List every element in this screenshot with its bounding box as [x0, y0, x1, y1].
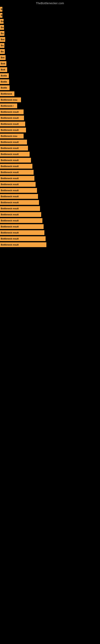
bar-row: Bottleneck result [0, 242, 100, 247]
bar-row: Bott [0, 67, 100, 72]
bar-label: Bottleneck result [0, 146, 28, 150]
bar-label: Bottleneck result [0, 182, 36, 187]
bar-label: Bottleneck result [0, 110, 24, 114]
bar-label: Bottleneck result [0, 194, 38, 199]
bar-row: B [0, 7, 100, 12]
bar-label: Bottleneck result [0, 212, 41, 217]
bar-row: Bot [0, 55, 100, 60]
bar-label: Bottleneck [0, 91, 14, 96]
bar-row: Bottleneck result [0, 122, 100, 126]
bar-row: Bottleneck [0, 91, 100, 96]
bar-label: B [0, 7, 2, 12]
bar-label: Bottleneck result [0, 218, 42, 223]
bar-row: Bottleneck result [0, 224, 100, 229]
bar-label: Bottleneck result [0, 188, 37, 193]
bar-row: Bottleneck resu [0, 98, 100, 102]
bar-label: Bottleneck result [0, 116, 24, 120]
bar-label: Bottleneck resu [0, 98, 21, 102]
bar-row: Bottleneck result [0, 212, 100, 217]
bar-label: Bottleneck result [0, 164, 32, 169]
bar-label: Bottleneck result [0, 176, 34, 181]
bar-label: Bottle [0, 85, 10, 90]
bar-row: Bottle [0, 73, 100, 78]
bar-label: Bottleneck result [0, 122, 25, 126]
bar-label: Bottleneck result [0, 230, 44, 235]
bar-label: Bottleneck result [0, 224, 44, 229]
bar-row: Bottleneck result [0, 152, 100, 156]
bar-row: Bottleneck result [0, 194, 100, 199]
bar-row: Bot [0, 37, 100, 42]
bar-label: Bottle [0, 73, 9, 78]
bar-row: Bottleneck result [0, 230, 100, 235]
bar-row: Bottleneck r [0, 104, 100, 108]
bar-row: Bottleneck result [0, 176, 100, 181]
bar-row: B [0, 13, 100, 18]
bar-label: Bottleneck result [0, 236, 46, 241]
bar-row: Bottle [0, 79, 100, 84]
bar-row: Bottleneck result [0, 170, 100, 175]
bar-label: Bottleneck result [0, 158, 31, 162]
bar-label: Bott [0, 67, 7, 72]
bar-label: Bo [0, 25, 4, 30]
bar-row: Bottleneck result [0, 110, 100, 114]
bar-label: B [0, 13, 2, 18]
bar-label: Bottleneck result [0, 152, 30, 156]
bar-row: Bottle [0, 85, 100, 90]
bar-row: Bo [0, 19, 100, 24]
bar-row: Bottleneck resu [0, 134, 100, 138]
bar-label: Bottleneck result [0, 200, 39, 205]
bar-row: Bo [0, 43, 100, 48]
bar-row: Bottleneck result [0, 200, 100, 205]
bar-label: Bottleneck resu [0, 134, 24, 138]
bar-label: Bo [0, 31, 4, 36]
bar-row: Bo [0, 25, 100, 30]
bar-label: Bot [0, 55, 6, 60]
bar-row: Bo [0, 49, 100, 54]
bar-label: Bo [0, 19, 3, 24]
bar-row: Bottleneck result [0, 146, 100, 150]
bar-row: Bottleneck result [0, 140, 100, 144]
bar-label: Bottleneck result [0, 170, 34, 175]
bar-row: Bottleneck result [0, 206, 100, 211]
bar-row: Bottleneck result [0, 128, 100, 132]
bar-label: Bottleneck result [0, 242, 47, 247]
bar-row: Bottleneck result [0, 218, 100, 223]
bar-label: Bo [0, 43, 4, 48]
bar-label: Bottleneck result [0, 140, 27, 144]
bar-row: Bottleneck result [0, 236, 100, 241]
bar-label: Bottleneck result [0, 128, 26, 132]
bar-row: Bo [0, 31, 100, 36]
bar-label: Bottleneck r [0, 104, 17, 108]
site-title: TheBottlenecker.com [0, 0, 100, 6]
bar-row: Bottleneck result [0, 164, 100, 169]
bar-label: Bot [0, 37, 5, 42]
bar-row: Bottleneck result [0, 158, 100, 162]
bar-label: Bottle [0, 79, 9, 84]
bar-row: Bottleneck result [0, 116, 100, 120]
bar-row: Bottleneck result [0, 188, 100, 193]
bar-row: Bottleneck result [0, 182, 100, 187]
bar-label: Bo [0, 49, 5, 54]
bar-label: Bott [0, 61, 6, 66]
bar-row: Bott [0, 61, 100, 66]
bar-label: Bottleneck result [0, 206, 40, 211]
